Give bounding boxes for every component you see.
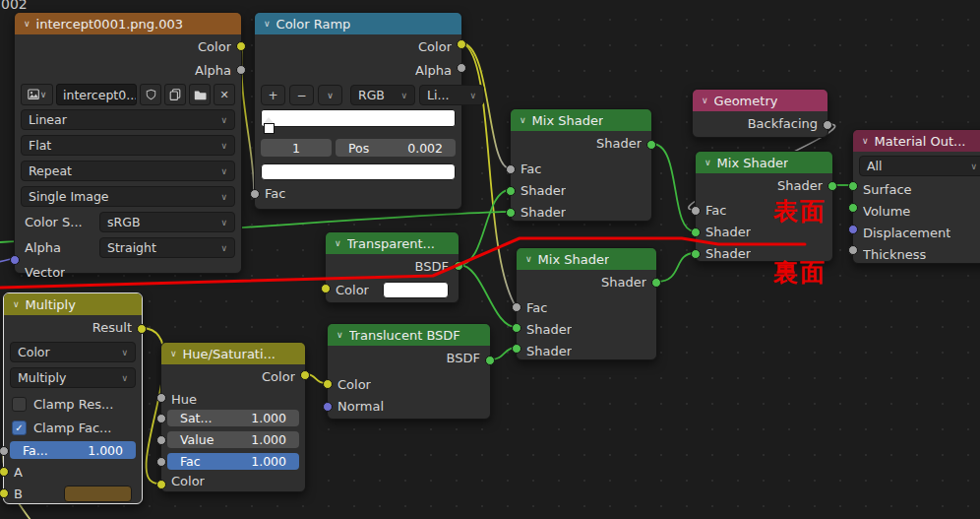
socket-shader2-input[interactable]: [691, 249, 701, 259]
color-space-select[interactable]: sRGB∨: [99, 212, 235, 232]
browse-image-button[interactable]: ∨: [21, 84, 53, 105]
node-mix-shader-top[interactable]: ∨ Mix Shader Shader Fac Shader Shader: [510, 108, 652, 222]
collapse-chevron-icon[interactable]: ∨: [337, 330, 343, 340]
socket-alpha-output[interactable]: [457, 63, 466, 73]
data-type-select[interactable]: Color∨: [10, 342, 136, 362]
node-header-translucent[interactable]: ∨ Translucent BSDF: [328, 324, 490, 346]
projection-select[interactable]: Flat∨: [21, 135, 235, 156]
transparent-color-swatch[interactable]: [383, 282, 449, 298]
socket-color-output[interactable]: [300, 370, 310, 380]
node-transparent-bsdf[interactable]: ∨ Transparent... BSDF Color: [325, 231, 459, 303]
extension-select[interactable]: Repeat∨: [21, 161, 235, 181]
socket-hue-input[interactable]: [156, 393, 166, 403]
collapse-chevron-icon[interactable]: ∨: [704, 158, 711, 167]
socket-shader1-input[interactable]: [512, 323, 521, 333]
collapse-chevron-icon[interactable]: ∨: [264, 19, 271, 29]
socket-color-input[interactable]: [156, 480, 166, 489]
color-mode-select[interactable]: RGB∨: [350, 85, 415, 105]
socket-bsdf-output[interactable]: [454, 261, 463, 271]
socket-color-output[interactable]: [236, 41, 246, 51]
collapse-chevron-icon[interactable]: ∨: [702, 96, 708, 105]
socket-surface-input[interactable]: [848, 181, 858, 191]
value-slider[interactable]: Value 1.000: [167, 431, 299, 448]
socket-fac-input[interactable]: [512, 302, 521, 312]
duplicate-image-button[interactable]: [164, 84, 186, 105]
stop-index-field[interactable]: 1: [261, 139, 332, 157]
collapse-chevron-icon[interactable]: ∨: [170, 349, 177, 358]
remove-stop-button[interactable]: −: [289, 85, 314, 105]
add-stop-button[interactable]: +: [261, 85, 285, 105]
node-hue-saturation[interactable]: ∨ Hue/Saturati... Color Hue Sat... 1.000…: [160, 342, 306, 492]
collapse-chevron-icon[interactable]: ∨: [24, 19, 31, 29]
node-header-hue-saturation[interactable]: ∨ Hue/Saturati...: [161, 343, 305, 364]
node-header-image-texture[interactable]: ∨ intercept0001.png.003: [15, 13, 241, 34]
interpolation-select[interactable]: Linear∨: [21, 109, 235, 130]
socket-shader2-input[interactable]: [512, 344, 521, 354]
target-select[interactable]: All∨: [859, 156, 980, 176]
node-header-color-ramp[interactable]: ∨ Color Ramp: [255, 13, 461, 34]
node-geometry[interactable]: ∨ Geometry Backfacing: [692, 89, 828, 138]
socket-backfacing-output[interactable]: [823, 120, 832, 130]
socket-factor-input[interactable]: [0, 446, 9, 456]
clamp-result-checkbox[interactable]: [12, 397, 27, 412]
ramp-stop-handle[interactable]: [264, 110, 274, 136]
collapse-chevron-icon[interactable]: ∨: [13, 299, 20, 309]
color-ramp-gradient-bar[interactable]: [261, 109, 456, 127]
collapse-chevron-icon[interactable]: ∨: [335, 238, 341, 248]
image-name-field[interactable]: intercept0...: [56, 84, 137, 105]
node-header-transparent[interactable]: ∨ Transparent...: [326, 232, 459, 254]
socket-bsdf-output[interactable]: [485, 356, 495, 365]
node-header-material-output[interactable]: ∨ Material Out...: [853, 130, 980, 152]
collapse-chevron-icon[interactable]: ∨: [520, 115, 526, 125]
socket-result-output[interactable]: [137, 324, 147, 334]
open-image-button[interactable]: [189, 84, 211, 105]
node-translucent-bsdf[interactable]: ∨ Translucent BSDF BSDF Color Normal: [327, 323, 491, 420]
collapse-chevron-icon[interactable]: ∨: [862, 136, 869, 146]
socket-thickness-input[interactable]: [848, 245, 858, 255]
socket-shader-output[interactable]: [827, 181, 837, 191]
socket-shader-output[interactable]: [651, 278, 661, 288]
node-editor-canvas[interactable]: 002 ∨ intercept0001.png.003 Color Alpha …: [0, 0, 980, 519]
ramp-options-button[interactable]: ∨: [318, 85, 342, 105]
socket-color-output[interactable]: [457, 39, 466, 49]
socket-shader-output[interactable]: [646, 140, 656, 150]
socket-normal-input[interactable]: [323, 402, 333, 412]
socket-alpha-output[interactable]: [236, 65, 246, 75]
node-header-geometry[interactable]: ∨ Geometry: [693, 90, 827, 111]
socket-shader2-input[interactable]: [506, 208, 516, 218]
interpolation-select[interactable]: Li...∨: [419, 85, 484, 105]
node-header-multiply[interactable]: ∨ Multiply: [4, 293, 142, 315]
socket-displacement-input[interactable]: [848, 225, 858, 234]
clamp-factor-checkbox[interactable]: ✓: [12, 421, 27, 435]
node-header-mix-shader[interactable]: ∨ Mix Shader: [696, 152, 832, 173]
socket-fac-input[interactable]: [250, 189, 260, 199]
socket-fac-input[interactable]: [506, 164, 516, 174]
factor-slider[interactable]: Fa... 1.000: [10, 441, 136, 459]
node-header-mix-shader[interactable]: ∨ Mix Shader: [517, 248, 656, 270]
socket-color-input[interactable]: [321, 284, 331, 293]
collapse-chevron-icon[interactable]: ∨: [525, 254, 532, 264]
socket-fac-input[interactable]: [691, 206, 701, 216]
node-image-texture[interactable]: ∨ intercept0001.png.003 Color Alpha ∨ in…: [14, 12, 242, 274]
node-color-ramp[interactable]: ∨ Color Ramp Color Alpha + − ∨ RGB∨ Li..…: [254, 12, 462, 210]
node-mix-shader-bottom[interactable]: ∨ Mix Shader Shader Fac Shader Shader: [516, 247, 657, 360]
alpha-mode-select[interactable]: Straight∨: [99, 237, 235, 258]
saturation-slider[interactable]: Sat... 1.000: [167, 410, 299, 426]
b-color-swatch[interactable]: [64, 486, 132, 502]
stop-color-swatch[interactable]: [261, 163, 456, 180]
fake-user-button[interactable]: [140, 84, 161, 105]
socket-shader1-input[interactable]: [506, 186, 516, 196]
socket-volume-input[interactable]: [848, 203, 858, 213]
node-header-mix-shader[interactable]: ∨ Mix Shader: [511, 109, 651, 131]
socket-color-input[interactable]: [323, 379, 333, 389]
socket-fac-input[interactable]: [156, 457, 166, 467]
socket-vector-input[interactable]: [10, 255, 20, 265]
fac-slider[interactable]: Fac 1.000: [167, 453, 299, 470]
node-multiply[interactable]: ∨ Multiply Result Color∨ Multiply∨ Clamp…: [3, 292, 143, 504]
unlink-image-button[interactable]: ✕: [214, 84, 235, 105]
socket-saturation-input[interactable]: [156, 414, 166, 423]
socket-shader1-input[interactable]: [691, 227, 701, 237]
source-select[interactable]: Single Image∨: [21, 186, 235, 207]
stop-position-field[interactable]: Pos 0.002: [336, 139, 456, 157]
socket-value-input[interactable]: [156, 435, 166, 445]
